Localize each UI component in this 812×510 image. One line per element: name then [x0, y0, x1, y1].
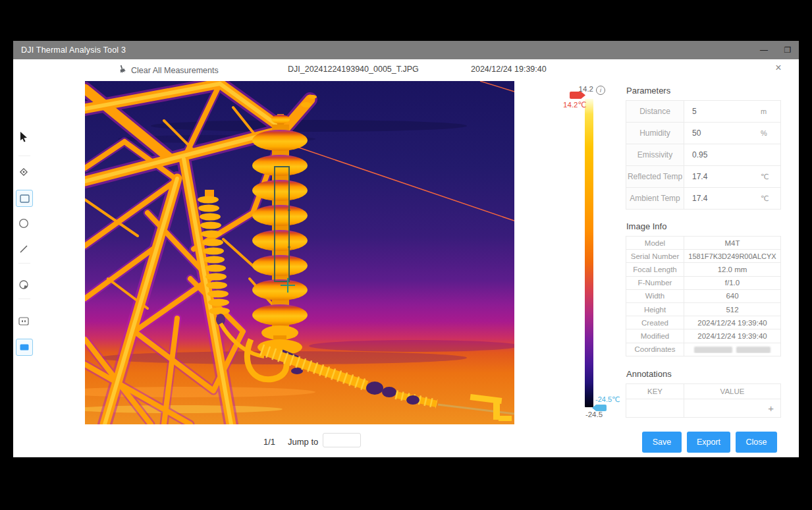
info-row: Coordinates [626, 343, 780, 356]
param-label: Humidity [626, 123, 684, 144]
minimize-icon[interactable]: — [758, 45, 770, 55]
one-to-one-icon [18, 317, 29, 326]
parameter-row: Ambient Temp 17.4 ℃ [626, 188, 780, 210]
spot-icon [18, 167, 29, 177]
fill-view-tool-button[interactable] [16, 339, 33, 356]
annotations-table: KEY VALUE + [626, 383, 781, 418]
line-measure-tool-button[interactable] [16, 241, 32, 257]
info-label: F-Number [626, 277, 684, 289]
filled-rect-icon [19, 343, 30, 351]
param-value[interactable]: 0.95 [684, 150, 761, 159]
thermal-image[interactable] [85, 81, 514, 424]
info-row: Serial Number 1581F7K3D249R00ALCYX [626, 250, 780, 263]
image-info-title: Image Info [626, 221, 780, 231]
title-bar: DJI Thermal Analysis Tool 3 — ❐ [13, 41, 799, 59]
annotations-empty-row: + [626, 399, 780, 417]
spot-tool-button[interactable] [16, 164, 32, 180]
top-toolbar: Clear All Measurements DJI_2024122419394… [13, 59, 799, 81]
info-row: Height 512 [626, 303, 780, 316]
info-value: 2024/12/24 19:39:40 [684, 332, 780, 340]
param-unit: % [761, 129, 780, 137]
line-icon [19, 244, 28, 254]
measurement-handle[interactable] [288, 209, 290, 212]
info-label: Modified [626, 329, 684, 342]
param-label: Reflected Temp [626, 166, 684, 187]
tool-rail [13, 81, 47, 428]
param-value[interactable]: 5 [684, 107, 761, 116]
circle-icon [18, 218, 29, 229]
rail-divider [18, 156, 30, 156]
info-label: Coordinates [626, 343, 684, 356]
info-label: Model [626, 237, 684, 249]
info-row: F-Number f/1.0 [626, 277, 780, 290]
info-value: 512 [684, 306, 780, 314]
rectangle-icon [20, 194, 30, 203]
clear-all-label: Clear All Measurements [131, 66, 219, 75]
jump-to-label: Jump to [288, 437, 318, 447]
param-unit: m [761, 107, 780, 115]
info-value: M4T [684, 239, 780, 247]
close-image-icon[interactable]: × [772, 62, 785, 74]
value-column-header: VALUE [684, 387, 780, 395]
info-value: 640 [684, 292, 780, 300]
rect-measure-tool-button[interactable] [16, 190, 33, 207]
clear-all-measurements-button[interactable]: Clear All Measurements [117, 63, 219, 77]
param-value[interactable]: 50 [684, 128, 761, 138]
info-label: Serial Number [626, 250, 684, 262]
add-annotation-button[interactable]: + [684, 403, 780, 414]
parameter-row: Reflected Temp 17.4 ℃ [626, 166, 780, 188]
param-unit: ℃ [761, 173, 780, 181]
max-temp-label: 14.2℃ [563, 100, 593, 109]
restore-icon[interactable]: ❐ [782, 45, 794, 55]
window-title: DJI Thermal Analysis Tool 3 [21, 45, 126, 55]
param-unit: ℃ [761, 194, 780, 203]
parameter-row: Humidity 50 % [626, 123, 780, 144]
footer-bar: 1/1 Jump to Save Export Close [13, 428, 799, 457]
app-window: DJI Thermal Analysis Tool 3 — ❐ Clear Al… [13, 41, 799, 457]
info-label: Created [626, 316, 684, 329]
key-column-header: KEY [626, 384, 684, 399]
annotations-title: Annotations [626, 369, 780, 379]
capture-datetime: 2024/12/24 19:39:40 [471, 65, 547, 74]
annotations-header: KEY VALUE [626, 384, 780, 399]
info-value: 1581F7K3D249R00ALCYX [684, 252, 780, 260]
param-label: Distance [626, 101, 684, 122]
page-indicator: 1/1 [263, 437, 275, 447]
rail-divider [18, 263, 30, 264]
pointer-tool-button[interactable] [16, 129, 32, 145]
info-row: Model M4T [626, 237, 780, 250]
parameters-table: Distance 5 m Humidity 50 % Emissivity 0.… [626, 100, 781, 210]
palette-icon [18, 279, 29, 290]
save-button[interactable]: Save [642, 432, 682, 453]
annotation-key-cell[interactable] [626, 399, 684, 417]
info-row: Focal Length 12.0 mm [626, 263, 780, 276]
pointer-icon [19, 132, 28, 142]
parameter-row: Emissivity 0.95 [626, 144, 780, 166]
right-panel: Parameters Distance 5 m Humidity 50 % Em… [626, 86, 780, 418]
image-info-table: Model M4T Serial Number 1581F7K3D249R00A… [626, 236, 781, 356]
cloud-streak [309, 340, 514, 352]
info-row: Created 2024/12/24 19:39:40 [626, 316, 780, 329]
param-label: Ambient Temp [626, 188, 684, 209]
param-value[interactable]: 17.4 [684, 172, 761, 181]
close-button[interactable]: Close [736, 432, 777, 453]
pixel-ratio-tool-button[interactable] [16, 313, 32, 329]
parameter-row: Distance 5 m [626, 101, 780, 123]
info-value: 12.0 mm [684, 266, 780, 273]
min-temp-label: -24.5℃ [595, 395, 620, 404]
info-row: Modified 2024/12/24 19:39:40 [626, 329, 780, 343]
ellipse-measure-tool-button[interactable] [16, 215, 32, 231]
info-icon[interactable]: i [596, 86, 605, 95]
param-label: Emissivity [626, 144, 684, 165]
current-filename: DJI_20241224193940_0005_T.JPG [288, 65, 419, 74]
measurement-handle[interactable] [288, 246, 290, 248]
jump-to-input[interactable] [323, 433, 361, 447]
info-label: Height [626, 303, 684, 316]
info-value: f/1.0 [684, 279, 780, 287]
info-label: Width [626, 290, 684, 302]
palette-tool-button[interactable] [16, 277, 32, 293]
export-button[interactable]: Export [687, 432, 730, 453]
info-value: 2024/12/24 19:39:40 [684, 319, 780, 327]
rail-divider [18, 298, 30, 299]
param-value[interactable]: 17.4 [684, 194, 761, 203]
